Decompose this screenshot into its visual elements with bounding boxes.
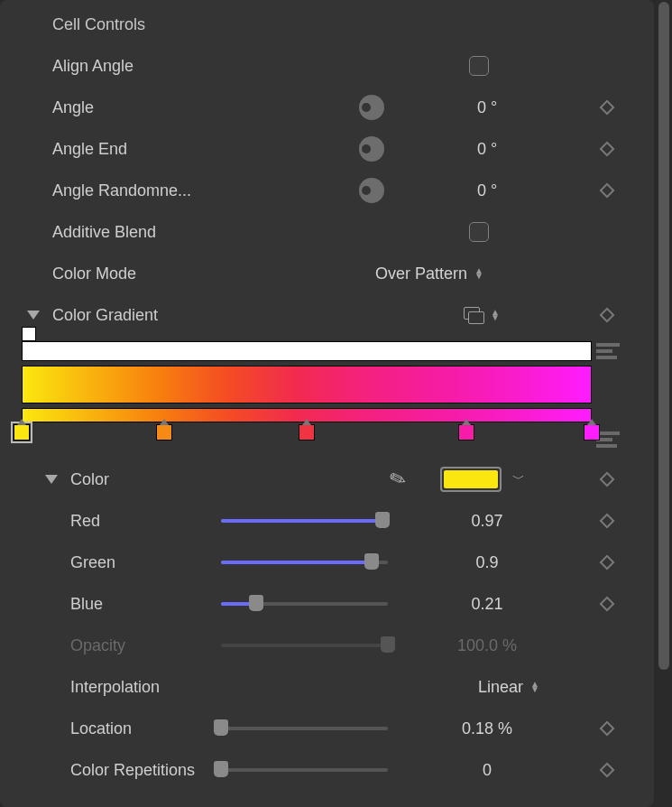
stepper-icon: ▲▼: [530, 682, 539, 692]
value-blue[interactable]: 0.21: [433, 595, 541, 614]
gradient-bar[interactable]: [22, 366, 592, 404]
color-stop-2[interactable]: [299, 424, 315, 441]
label-color-repetitions: Color Repetitions: [70, 761, 224, 780]
popup-interpolation-value: Linear: [478, 678, 523, 697]
label-interpolation: Interpolation: [70, 678, 224, 697]
keyframe-red[interactable]: [600, 514, 615, 529]
label-location: Location: [70, 719, 224, 738]
value-angle-end[interactable]: 0 °: [433, 140, 541, 159]
label-opacity: Opacity: [70, 636, 224, 655]
distribute-opacity-icon[interactable]: [596, 343, 620, 359]
popup-interpolation[interactable]: Linear ▲▼: [478, 678, 539, 697]
label-green: Green: [70, 553, 224, 572]
slider-opacity: [221, 635, 388, 656]
value-angle[interactable]: 0 °: [433, 98, 541, 117]
label-color-gradient: Color Gradient: [52, 306, 287, 325]
keyframe-angle[interactable]: [600, 100, 615, 116]
row-green: Green 0.9: [0, 542, 654, 583]
keyframe-angle-randomness[interactable]: [600, 183, 615, 199]
popup-color-mode[interactable]: Over Pattern ▲▼: [375, 264, 483, 283]
row-color-gradient: Color Gradient ▲▼: [0, 294, 654, 336]
label-additive-blend: Additive Blend: [52, 223, 287, 242]
scrollbar-track[interactable]: [656, 0, 672, 807]
label-color-mode: Color Mode: [52, 264, 287, 283]
popup-color-mode-value: Over Pattern: [375, 264, 467, 283]
color-stop-0[interactable]: [14, 424, 30, 441]
dial-angle[interactable]: [359, 95, 384, 120]
label-angle: Angle: [52, 98, 287, 117]
inspector-panel: Cell Controls Align Angle Angle 0 ° Angl…: [0, 0, 654, 807]
row-additive-blend: Additive Blend: [0, 211, 654, 253]
slider-location[interactable]: [221, 718, 388, 739]
row-location: Location 0.18 %: [0, 708, 654, 749]
color-stop-3[interactable]: [458, 424, 474, 441]
disclosure-color-gradient[interactable]: [27, 311, 40, 320]
keyframe-color-repetitions[interactable]: [600, 763, 615, 778]
section-title: Cell Controls: [25, 15, 145, 34]
gradient-preset-popup[interactable]: ▲▼: [464, 307, 500, 323]
checkbox-align-angle[interactable]: [469, 56, 489, 76]
dial-angle-end[interactable]: [359, 136, 384, 162]
value-green[interactable]: 0.9: [433, 553, 541, 572]
row-red: Red 0.97: [0, 500, 654, 542]
row-opacity: Opacity 100.0 %: [0, 625, 654, 666]
slider-color-repetitions[interactable]: [221, 759, 388, 781]
keyframe-green[interactable]: [600, 555, 615, 570]
slider-red[interactable]: [221, 510, 388, 532]
disclosure-color[interactable]: [45, 475, 58, 484]
row-blue: Blue 0.21: [0, 583, 654, 625]
eyedropper-icon[interactable]: ✎: [386, 466, 410, 494]
keyframe-color-gradient[interactable]: [600, 308, 615, 323]
opacity-stop-0[interactable]: [22, 327, 36, 341]
section-header-cell-controls: Cell Controls: [0, 4, 654, 45]
label-angle-randomness: Angle Randomne...: [52, 181, 287, 200]
color-stop-4[interactable]: [584, 424, 600, 441]
label-angle-end: Angle End: [52, 140, 287, 159]
label-color: Color: [70, 470, 287, 489]
stepper-icon: ▲▼: [491, 310, 500, 320]
value-red[interactable]: 0.97: [433, 512, 541, 531]
value-location[interactable]: 0.18 %: [433, 719, 541, 738]
row-color-mode: Color Mode Over Pattern ▲▼: [0, 253, 654, 294]
label-red: Red: [70, 512, 224, 531]
color-stops-track[interactable]: [22, 422, 592, 442]
row-color: Color ✎ ﹀: [0, 459, 654, 500]
color-well-swatch: [444, 470, 498, 488]
preset-icon: [464, 307, 483, 323]
color-stop-1[interactable]: [156, 424, 172, 441]
row-interpolation: Interpolation Linear ▲▼: [0, 666, 654, 708]
keyframe-color[interactable]: [600, 472, 615, 487]
stepper-icon: ▲▼: [474, 268, 483, 279]
dial-angle-randomness[interactable]: [359, 178, 384, 203]
gradient-editor: [0, 336, 654, 459]
value-color-repetitions[interactable]: 0: [433, 761, 541, 780]
row-color-repetitions: Color Repetitions 0: [0, 749, 654, 791]
row-angle-end: Angle End 0 °: [0, 128, 654, 170]
scrollbar-thumb[interactable]: [658, 2, 669, 670]
label-align-angle: Align Angle: [52, 57, 287, 76]
value-angle-randomness[interactable]: 0 °: [433, 181, 541, 200]
opacity-bar[interactable]: [22, 341, 592, 361]
row-angle: Angle 0 °: [0, 87, 654, 128]
keyframe-angle-end[interactable]: [600, 142, 615, 157]
color-well[interactable]: [440, 467, 502, 492]
slider-blue[interactable]: [221, 593, 388, 615]
label-blue: Blue: [70, 595, 224, 614]
slider-green[interactable]: [221, 552, 388, 573]
row-align-angle: Align Angle: [0, 45, 654, 87]
checkbox-additive-blend[interactable]: [469, 222, 489, 242]
keyframe-location[interactable]: [600, 721, 615, 737]
row-angle-randomness: Angle Randomne... 0 °: [0, 170, 654, 211]
chevron-down-icon[interactable]: ﹀: [512, 471, 525, 487]
value-opacity: 100.0 %: [433, 636, 541, 655]
keyframe-blue[interactable]: [600, 597, 615, 612]
